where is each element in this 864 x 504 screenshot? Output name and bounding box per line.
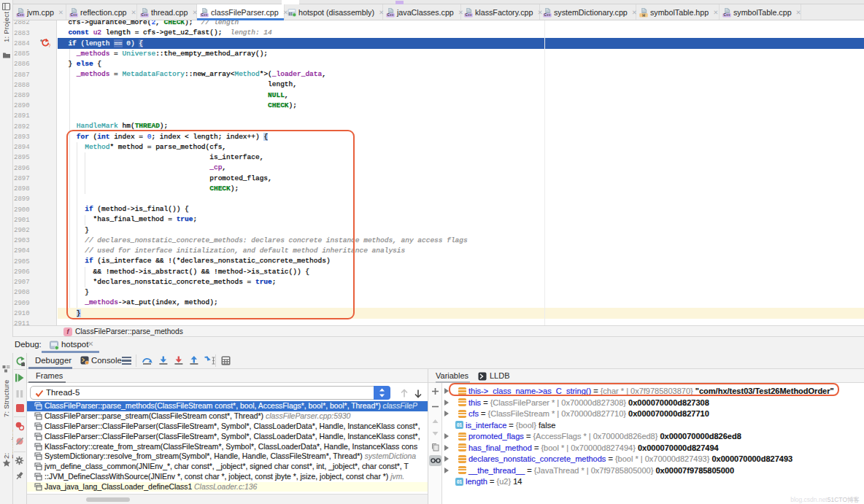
- svg-text:C++: C++: [17, 13, 23, 17]
- svg-text:C++: C++: [70, 13, 77, 17]
- svg-text:01: 01: [289, 12, 293, 15]
- svg-text:?: ?: [48, 42, 50, 47]
- svg-text:C++: C++: [544, 13, 550, 17]
- svg-text:C++: C++: [141, 13, 147, 17]
- svg-text:C++: C++: [387, 13, 393, 17]
- svg-text:C++: C++: [201, 13, 207, 17]
- svg-text:C++: C++: [465, 13, 471, 17]
- svg-text:H: H: [642, 12, 645, 17]
- svg-text:C++: C++: [723, 13, 730, 17]
